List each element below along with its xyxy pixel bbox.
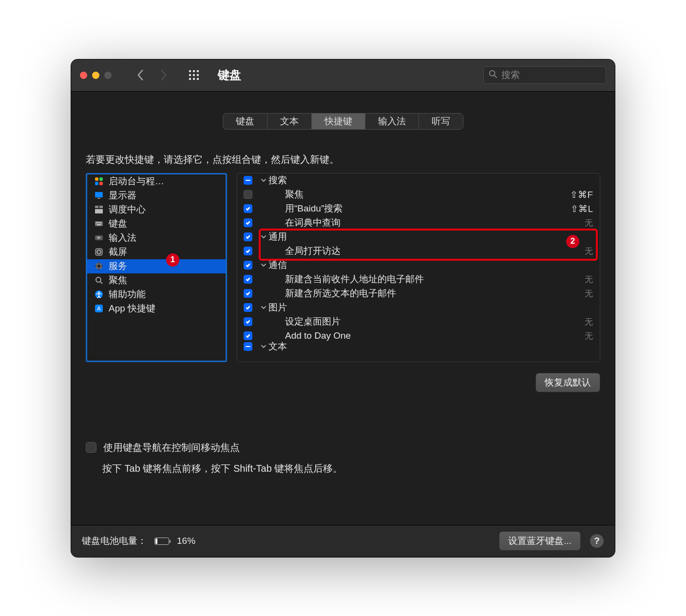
svg-rect-16 [97,198,100,199]
search-input[interactable]: 搜索 [483,66,606,84]
tab-3[interactable]: 输入法 [365,114,419,129]
tab-4[interactable]: 听写 [419,114,463,129]
chevron-down-icon[interactable] [259,234,268,239]
titlebar: 键盘 搜索 [71,59,615,92]
service-label: 全局打开访达 [285,245,585,257]
svg-rect-6 [189,78,191,80]
appstore-icon: A [94,304,104,313]
svg-rect-1 [193,70,195,72]
category-label: 服务 [109,260,127,272]
svg-rect-7 [193,78,195,80]
category-list[interactable]: 启动台与程…显示器调度中心键盘中输入法截屏服务聚焦辅助功能AApp 快捷键 1 [86,173,227,362]
svg-point-36 [96,277,101,282]
category-item[interactable]: 键盘 [87,217,226,231]
service-item[interactable]: 新建含当前收件人地址的电子邮件无 [237,272,600,287]
svg-line-10 [495,75,497,77]
category-label: 截屏 [109,246,127,258]
service-label: 聚焦 [285,188,570,201]
back-button[interactable] [130,67,151,83]
svg-rect-4 [193,74,195,76]
category-label: 调度中心 [109,203,146,216]
service-checkbox[interactable] [244,275,252,284]
chevron-down-icon[interactable] [259,305,268,310]
restore-defaults-button[interactable]: 恢复成默认 [535,373,600,392]
service-shortcut[interactable]: 无 [585,274,593,285]
svg-rect-24 [100,222,101,223]
svg-rect-20 [95,221,103,226]
service-shortcut[interactable]: 无 [585,316,593,327]
chevron-down-icon[interactable] [259,178,268,183]
service-shortcut[interactable]: ⇧⌘F [570,189,593,200]
service-checkbox[interactable] [244,176,252,185]
gear-icon [94,261,104,271]
close-button[interactable] [80,72,87,79]
category-item[interactable]: 调度中心 [87,203,226,217]
service-checkbox[interactable] [244,190,252,199]
svg-rect-21 [96,222,97,223]
service-group-header[interactable]: 通信 [237,258,600,272]
category-item[interactable]: 中输入法 [87,231,226,245]
service-checkbox[interactable] [244,247,252,255]
category-item[interactable]: 显示器 [87,189,226,203]
svg-point-9 [490,70,495,76]
service-checkbox[interactable] [244,261,252,270]
service-checkbox[interactable] [244,317,252,326]
minimize-button[interactable] [92,72,99,79]
show-all-button[interactable] [184,67,204,83]
service-item[interactable]: 全局打开访达无 [237,244,600,258]
service-checkbox[interactable] [244,204,252,213]
search-icon [489,70,497,81]
service-group-header[interactable]: 图片 [237,301,600,315]
service-checkbox[interactable] [244,218,252,227]
service-shortcut[interactable]: 无 [585,288,593,299]
svg-rect-15 [95,192,103,197]
service-item[interactable]: 在词典中查询无 [237,216,600,230]
svg-rect-12 [99,177,103,181]
svg-rect-19 [95,209,103,213]
svg-point-39 [98,291,100,293]
service-checkbox[interactable] [244,289,252,298]
category-item[interactable]: 辅助功能 [87,288,226,302]
svg-rect-11 [95,177,98,181]
keyboard-nav-checkbox[interactable] [86,442,96,453]
category-label: 输入法 [109,231,136,244]
service-label: 新建含所选文本的电子邮件 [285,287,585,300]
battery-label: 键盘电池电量： [82,535,147,547]
category-label: 启动台与程… [109,175,164,188]
service-group-header[interactable]: 搜索 [237,173,600,188]
service-item[interactable]: 设定桌面图片无 [237,315,600,329]
bluetooth-keyboard-button[interactable]: 设置蓝牙键盘... [499,531,581,551]
svg-rect-8 [197,78,199,80]
service-checkbox[interactable] [244,232,252,241]
category-label: App 快捷键 [109,302,155,315]
service-label: 搜索 [268,174,593,187]
svg-rect-3 [189,74,191,76]
shortcut-list[interactable]: 搜索聚焦⇧⌘F用“Baidu”搜索⇧⌘L在词典中查询无通用全局打开访达无通信新建… [237,173,600,362]
category-item[interactable]: 服务 [87,259,226,273]
category-item[interactable]: 聚焦 [87,273,226,288]
service-checkbox[interactable] [244,342,252,351]
svg-rect-2 [197,70,199,72]
category-item[interactable]: 启动台与程… [87,174,226,189]
category-item[interactable]: AApp 快捷键 [87,302,226,316]
tab-2[interactable]: 快捷键 [311,114,365,129]
tab-1[interactable]: 文本 [267,114,311,129]
service-shortcut[interactable]: ⇧⌘L [571,203,593,214]
service-label: 用“Baidu”搜索 [285,202,571,215]
category-item[interactable]: 截屏 [87,245,226,259]
service-group-header[interactable]: 通用 [237,230,600,244]
service-checkbox[interactable] [244,331,252,340]
chevron-down-icon[interactable] [259,344,268,349]
service-item[interactable]: 新建含所选文本的电子邮件无 [237,287,600,301]
service-item[interactable]: 聚焦⇧⌘F [237,188,600,202]
service-shortcut[interactable]: 无 [585,217,593,229]
help-button[interactable]: ? [590,534,604,548]
service-group-header[interactable]: 文本 [237,343,600,350]
service-item[interactable]: 用“Baidu”搜索⇧⌘L [237,202,600,216]
service-checkbox[interactable] [244,303,252,312]
tab-0[interactable]: 键盘 [223,114,267,129]
service-shortcut[interactable]: 无 [585,246,593,257]
chevron-down-icon[interactable] [259,263,268,268]
svg-rect-5 [197,74,199,76]
preferences-window: 键盘 搜索 键盘文本快捷键输入法听写 若要更改快捷键，请选择它，点按组合键，然后… [71,59,615,558]
